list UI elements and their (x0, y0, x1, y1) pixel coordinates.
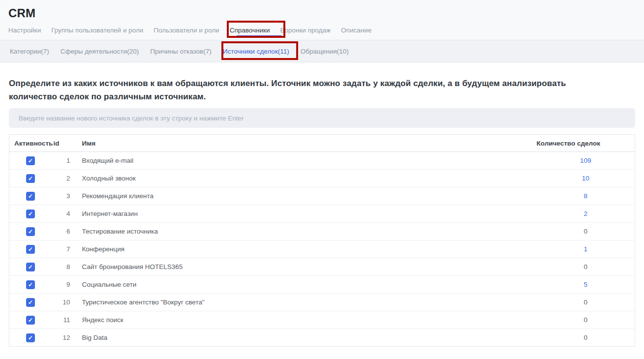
source-name: Социальные сети (70, 276, 537, 294)
check-icon: ✓ (28, 211, 33, 217)
deal-count: 0 (583, 316, 587, 324)
deal-count[interactable]: 10 (582, 175, 589, 182)
source-name: Яндекс поиск (70, 311, 537, 329)
subtab-categories[interactable]: Категории(7) (10, 48, 49, 55)
activity-cell: ✓ (9, 311, 54, 329)
activity-cell: ✓ (9, 329, 54, 347)
deal-count[interactable]: 1 (583, 245, 587, 253)
activity-checkbox[interactable]: ✓ (26, 316, 35, 325)
deal-count-cell: 10 (537, 170, 635, 187)
deal-count[interactable]: 5 (583, 281, 587, 288)
deal-count-cell: 0 (537, 329, 635, 347)
deal-count: 0 (583, 228, 587, 235)
page-title: CRM (8, 6, 636, 20)
table-row: ✓ 6 Тестирование источника 0 (9, 223, 635, 240)
row-id: 7 (54, 240, 70, 258)
row-id: 9 (54, 276, 70, 294)
check-icon: ✓ (28, 299, 33, 305)
activity-checkbox[interactable]: ✓ (26, 280, 35, 289)
table-row: ✓ 11 Яндекс поиск 0 (9, 311, 635, 329)
deal-sources-table: Активность id Имя Количество сделок ✓ 1 … (9, 134, 635, 347)
activity-checkbox[interactable]: ✓ (26, 227, 35, 236)
source-name: Холодный звонок (70, 170, 537, 187)
subtab-deal-sources[interactable]: Источники сделок(11) (223, 48, 289, 55)
table-row: ✓ 2 Холодный звонок 10 (9, 170, 635, 187)
tab-settings[interactable]: Настройки (8, 25, 41, 39)
row-id: 2 (54, 170, 70, 187)
activity-cell: ✓ (9, 276, 54, 294)
sub-tab-bar: Категории(7) Сферы деятельности(20) Прич… (0, 40, 644, 62)
header-deals-count: Количество сделок (537, 135, 635, 152)
activity-checkbox[interactable]: ✓ (26, 245, 35, 254)
source-name: Сайт бронирования HOTELS365 (70, 258, 537, 276)
content-area: Определите из каких источников к вам обр… (0, 77, 644, 347)
tab-users-roles[interactable]: Пользователи и роли (153, 25, 219, 39)
deal-count-cell: 0 (537, 223, 635, 240)
deal-count-cell: 5 (537, 276, 635, 294)
check-icon: ✓ (28, 246, 33, 252)
activity-cell: ✓ (9, 258, 54, 276)
activity-checkbox[interactable]: ✓ (26, 192, 35, 201)
new-source-input[interactable] (9, 108, 635, 128)
activity-checkbox[interactable]: ✓ (26, 209, 35, 218)
header-activity: Активность (9, 135, 54, 152)
activity-checkbox[interactable]: ✓ (26, 298, 35, 307)
deal-count: 0 (583, 299, 587, 306)
row-id: 10 (54, 294, 70, 311)
check-icon: ✓ (28, 158, 33, 164)
source-name: Рекомендация клиента (70, 187, 537, 205)
deal-count-cell: 8 (537, 187, 635, 205)
row-id: 4 (54, 205, 70, 223)
check-icon: ✓ (28, 176, 33, 181)
source-name: Конференция (70, 240, 537, 258)
check-icon: ✓ (28, 229, 33, 235)
check-icon: ✓ (28, 317, 33, 323)
activity-cell: ✓ (9, 170, 54, 187)
table-header: Активность id Имя Количество сделок (9, 135, 635, 152)
row-id: 6 (54, 223, 70, 240)
table-row: ✓ 8 Сайт бронирования HOTELS365 0 (9, 258, 635, 276)
source-name: Туристическое агентство "Вокруг света" (70, 294, 537, 311)
deal-count-cell: 0 (537, 294, 635, 311)
activity-checkbox[interactable]: ✓ (26, 263, 35, 271)
source-name: Big Data (70, 329, 537, 347)
tab-user-groups-roles[interactable]: Группы пользователей и роли (51, 25, 143, 39)
activity-cell: ✓ (9, 205, 54, 223)
row-id: 1 (54, 152, 70, 170)
activity-cell: ✓ (9, 294, 54, 311)
deal-count: 0 (583, 263, 587, 270)
header-id: id (54, 135, 70, 152)
deal-count-cell: 109 (537, 152, 635, 170)
check-icon: ✓ (28, 264, 33, 270)
activity-checkbox[interactable]: ✓ (26, 333, 35, 342)
row-id: 8 (54, 258, 70, 276)
source-name: Тестирование источника (70, 223, 537, 240)
deal-count: 0 (583, 334, 587, 341)
table-row: ✓ 9 Социальные сети 5 (9, 276, 635, 294)
activity-cell: ✓ (9, 223, 54, 240)
deal-count[interactable]: 8 (583, 192, 587, 200)
table-row: ✓ 7 Конференция 1 (9, 240, 635, 258)
deal-count-cell: 1 (537, 240, 635, 258)
main-tab-bar: Настройки Группы пользователей и роли По… (8, 25, 636, 39)
row-id: 12 (54, 329, 70, 347)
deal-count[interactable]: 2 (583, 210, 587, 217)
table-row: ✓ 3 Рекомендация клиента 8 (9, 187, 635, 205)
sources-table-body: ✓ 1 Входящий e-mail 109 ✓ 2 Холодный зво… (9, 152, 635, 347)
source-name: Входящий e-mail (70, 152, 537, 170)
check-icon: ✓ (28, 282, 33, 288)
table-row: ✓ 4 Интернет-магазин 2 (9, 205, 635, 223)
tab-description[interactable]: Описание (341, 25, 371, 39)
table-row: ✓ 12 Big Data 0 (9, 329, 635, 347)
subtab-requests[interactable]: Обращения(10) (301, 48, 349, 55)
activity-checkbox[interactable]: ✓ (26, 156, 35, 165)
activity-checkbox[interactable]: ✓ (26, 174, 35, 183)
deal-count-cell: 0 (537, 311, 635, 329)
source-name: Интернет-магазин (70, 205, 537, 223)
activity-cell: ✓ (9, 187, 54, 205)
deal-count[interactable]: 109 (580, 157, 591, 164)
tab-sales-funnels[interactable]: Воронки продаж (280, 25, 331, 39)
subtab-rejection-reasons[interactable]: Причины отказов(7) (150, 48, 211, 55)
subtab-activity-spheres[interactable]: Сферы деятельности(20) (61, 48, 139, 55)
row-id: 3 (54, 187, 70, 205)
